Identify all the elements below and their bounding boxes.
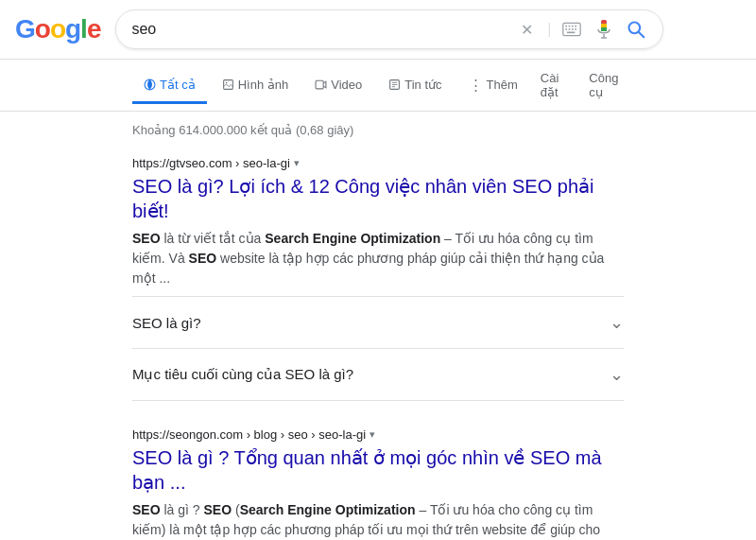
faq-item-1[interactable]: SEO là gì? ⌄	[132, 297, 624, 349]
settings-link[interactable]: Cài đặt	[533, 60, 567, 111]
result-title-2[interactable]: SEO là gì ? Tổng quan nhất ở mọi góc nhì…	[132, 445, 624, 495]
svg-rect-12	[601, 24, 607, 27]
search-bar: seo ✕ |	[115, 9, 663, 49]
news-icon	[388, 78, 401, 91]
svg-rect-21	[316, 80, 323, 89]
search-icons: ✕ |	[515, 18, 647, 41]
search-submit-icon[interactable]	[625, 18, 647, 41]
url-arrow-1[interactable]: ▾	[294, 157, 300, 169]
svg-rect-13	[601, 27, 607, 31]
svg-rect-8	[576, 28, 577, 30]
google-logo: Google	[15, 14, 100, 44]
video-icon	[315, 78, 327, 91]
svg-rect-3	[572, 26, 574, 27]
svg-rect-6	[569, 28, 571, 30]
main-content: Khoảng 614.000.000 kết quả (0,68 giây) h…	[0, 112, 756, 540]
svg-rect-9	[567, 32, 575, 34]
tab-all[interactable]: Tất cả	[132, 66, 207, 104]
tab-more[interactable]: ⋮ Thêm	[457, 65, 529, 106]
svg-rect-4	[576, 26, 577, 27]
faq-question-2: Mục tiêu cuối cùng của SEO là gì?	[132, 366, 353, 383]
faq-chevron-2: ⌄	[610, 364, 624, 385]
url-arrow-2[interactable]: ▾	[369, 428, 375, 441]
result-url-2: https://seongon.com › blog › seo › seo-l…	[132, 427, 624, 442]
result-title-1[interactable]: SEO là gì? Lợi ích & 12 Công việc nhân v…	[132, 174, 624, 223]
keyboard-icon[interactable]	[560, 18, 583, 41]
result-snippet-2: SEO là gì ? SEO (Search Engine Optimizat…	[132, 500, 624, 540]
svg-rect-7	[572, 28, 574, 30]
result-snippet-1: SEO là từ viết tắt của Search Engine Opt…	[132, 229, 624, 288]
all-icon	[144, 78, 156, 91]
nav-tabs: Tất cả Hình ảnh Video Tin tức ⋮ Thêm Cài…	[0, 60, 756, 112]
result-url-1: https://gtvseo.com › seo-la-gi ▾	[132, 156, 624, 170]
tab-news[interactable]: Tin tức	[377, 66, 453, 104]
tools-link[interactable]: Công cụ	[581, 60, 626, 111]
faq-item-2[interactable]: Mục tiêu cuối cùng của SEO là gì? ⌄	[132, 349, 624, 401]
tab-video[interactable]: Video	[303, 66, 373, 104]
svg-line-17	[639, 32, 644, 37]
svg-rect-2	[569, 26, 571, 27]
search-result-1: https://gtvseo.com › seo-la-gi ▾ SEO là …	[132, 156, 624, 401]
search-input[interactable]: seo	[131, 21, 507, 38]
svg-point-20	[225, 82, 227, 84]
clear-icon[interactable]: ✕	[515, 18, 538, 41]
url-text-2: https://seongon.com › blog › seo › seo-l…	[132, 427, 366, 442]
search-result-2: https://seongon.com › blog › seo › seo-l…	[132, 427, 624, 540]
header: Google seo ✕ |	[0, 0, 756, 60]
svg-rect-5	[566, 28, 568, 30]
nav-right: Cài đặt Công cụ	[533, 60, 627, 111]
images-icon	[222, 78, 234, 91]
faq-chevron-1: ⌄	[610, 312, 624, 333]
url-text-1: https://gtvseo.com › seo-la-gi	[132, 156, 290, 170]
faq-question-1: SEO là gì?	[132, 315, 201, 331]
tab-images[interactable]: Hình ảnh	[211, 66, 301, 104]
svg-rect-11	[601, 20, 607, 24]
mic-icon[interactable]	[593, 18, 615, 41]
result-count: Khoảng 614.000.000 kết quả (0,68 giây)	[132, 123, 624, 137]
svg-rect-19	[223, 80, 232, 90]
faq-section-1: SEO là gì? ⌄ Mục tiêu cuối cùng của SEO …	[132, 296, 624, 401]
svg-rect-1	[566, 26, 568, 27]
